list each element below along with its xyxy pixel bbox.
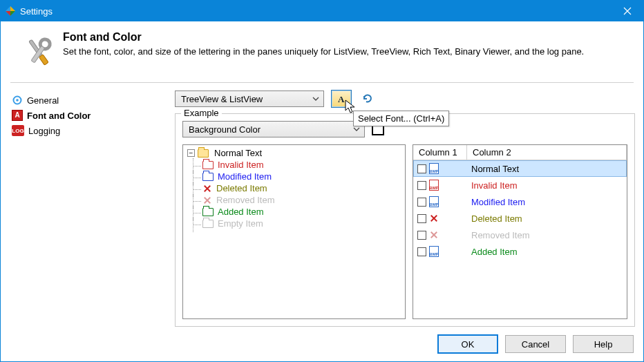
tree-item[interactable]: Invalid Item [187,160,401,170]
x-icon [429,213,439,224]
sidebar-item-general[interactable]: General [9,93,171,108]
document-icon: BMP [429,180,439,191]
page-subtitle: Set the font, color, and size of the let… [63,46,584,57]
ok-button[interactable]: OK [437,334,498,354]
collapse-icon[interactable]: − [187,149,195,157]
checkbox[interactable] [417,164,426,173]
undo-icon [361,92,375,106]
chevron-down-icon [312,94,319,104]
checkbox[interactable] [417,181,426,190]
checkbox[interactable] [417,247,426,256]
svg-marker-1 [10,6,15,11]
column-header-2[interactable]: Column 2 [467,145,627,160]
background-color-combo[interactable]: Background Color [182,121,365,137]
document-icon: BMP [429,196,439,207]
table-cell-label: Removed Item [467,230,627,240]
tree-item-label: Deleted Item [216,183,267,193]
sidebar-item-label: Font and Color [27,111,91,121]
sidebar-item-label: General [27,95,59,106]
folder-icon [202,173,214,181]
cancel-button[interactable]: Cancel [505,335,566,353]
x-icon [429,229,439,240]
header-text: Font and Color Set the font, color, and … [63,31,584,57]
document-icon: BMP [429,246,439,257]
folder-icon [202,161,214,169]
table-row[interactable]: Deleted Item [413,210,627,227]
checkbox[interactable] [417,231,426,240]
close-icon [623,7,632,15]
table-row[interactable]: BMPNormal Text [413,160,627,177]
app-icon [5,6,16,17]
table-body: BMPNormal TextBMPInvalid ItemBMPModified… [413,160,627,318]
font-dialog-icon: A [336,93,347,104]
folder-icon [198,149,209,158]
sidebar-item-logging[interactable]: LOG Logging [9,123,171,138]
header-icon [15,31,63,73]
tree-item-label: Added Item [218,207,264,217]
tree-item-label: Modified Item [218,171,272,182]
tree-item[interactable]: Empty Item [187,218,401,229]
close-button[interactable] [612,1,643,21]
table-row[interactable]: BMPAdded Item [413,243,627,260]
example-group: Example Background Color − Normal T [175,113,635,327]
svg-marker-2 [6,11,10,16]
button-bar: OK Cancel Help [1,327,643,361]
x-icon [202,196,212,205]
header-panel: Font and Color Set the font, color, and … [1,21,643,82]
table-row[interactable]: BMPModified Item [413,193,627,210]
tree-item-label: Empty Item [218,218,263,229]
tree-item[interactable]: Added Item [187,207,401,217]
settings-window: Settings Font and Color Set the font, co… [0,0,644,362]
table-row[interactable]: Removed Item [413,227,627,243]
table-cell-label: Modified Item [467,197,627,207]
table-cell-label: Added Item [467,247,627,257]
main-area: TreeView & ListView A [175,90,635,327]
tree-item[interactable]: Removed Item [187,195,401,205]
background-color-value: Background Color [189,124,261,135]
table-cell-label: Normal Text [467,164,627,174]
gear-icon [12,95,23,106]
table-cell-label: Deleted Item [467,213,627,224]
page-title: Font and Color [63,31,584,44]
example-table[interactable]: Column 1 Column 2 BMPNormal TextBMPInval… [413,144,627,319]
svg-marker-3 [10,11,15,16]
folder-icon [202,220,214,228]
tree-root[interactable]: − Normal Text [187,148,401,158]
x-icon [202,184,212,193]
cancel-label: Cancel [522,339,549,350]
svg-point-9 [16,99,19,102]
select-font-button[interactable]: A [331,90,352,108]
tree-item-label: Invalid Item [218,160,263,170]
folder-icon [202,208,214,216]
tree-item[interactable]: Deleted Item [187,183,401,193]
help-label: Help [594,339,613,350]
reset-button[interactable] [359,90,377,108]
sidebar-item-label: Logging [28,126,60,136]
view-selector-combo[interactable]: TreeView & ListView [175,90,324,107]
sidebar: General A Font and Color LOG Logging [9,90,175,327]
tree-root-label: Normal Text [214,148,262,158]
titlebar: Settings [1,1,643,21]
example-tree[interactable]: − Normal Text Invalid ItemModified ItemD… [182,144,406,319]
checkbox[interactable] [417,198,426,207]
svg-text:A: A [338,94,345,104]
window-title: Settings [20,6,53,17]
ok-label: OK [462,339,475,350]
checkbox[interactable] [417,214,426,223]
select-font-tooltip: Select Font... (Ctrl+A) [353,111,449,126]
table-row[interactable]: BMPInvalid Item [413,177,627,193]
view-selector-value: TreeView & ListView [181,94,263,104]
tree-item[interactable]: Modified Item [187,171,401,182]
font-icon: A [12,110,23,121]
tree-item-label: Removed Item [216,195,275,205]
column-header-1[interactable]: Column 1 [413,145,467,160]
table-header: Column 1 Column 2 [413,145,627,160]
document-icon: BMP [429,163,439,174]
svg-rect-5 [39,55,48,65]
log-icon: LOG [12,125,24,136]
help-button[interactable]: Help [573,335,634,353]
example-legend: Example [181,108,222,118]
sidebar-item-font-and-color[interactable]: A Font and Color [9,108,171,123]
table-cell-label: Invalid Item [467,180,627,191]
